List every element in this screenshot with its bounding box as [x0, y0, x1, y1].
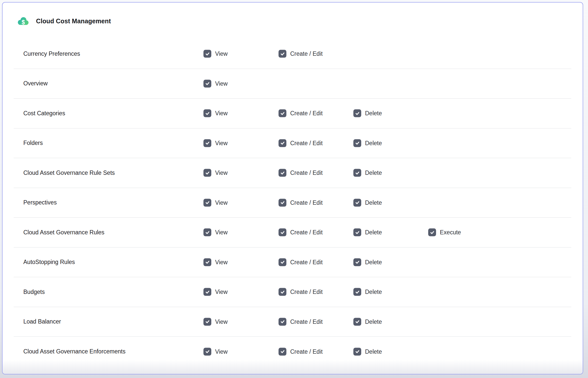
permission-delete[interactable]: Delete	[353, 199, 382, 206]
permission-create-edit[interactable]: Create / Edit	[279, 199, 323, 206]
permission-delete[interactable]: Delete	[353, 229, 382, 236]
permission-row-label: Currency Preferences	[14, 50, 80, 57]
permission-view[interactable]: View	[203, 288, 228, 296]
permission-create-edit[interactable]: Create / Edit	[279, 139, 323, 147]
permission-row-label: Cloud Asset Governance Rules	[14, 229, 105, 236]
permission-execute[interactable]: Execute	[428, 229, 461, 236]
permission-view[interactable]: View	[203, 199, 228, 206]
checkbox-delete-icon[interactable]	[353, 258, 361, 266]
permission-row-label: Cost Categories	[14, 110, 65, 117]
permission-create-edit[interactable]: Create / Edit	[279, 50, 323, 58]
permission-delete[interactable]: Delete	[353, 109, 382, 117]
permission-create-edit[interactable]: Create / Edit	[279, 348, 323, 355]
checkbox-view-icon[interactable]	[203, 288, 211, 296]
permission-view[interactable]: View	[203, 318, 228, 326]
permission-view[interactable]: View	[203, 50, 228, 58]
permission-view[interactable]: View	[203, 139, 228, 147]
checkbox-delete-icon[interactable]	[353, 288, 361, 296]
permission-view[interactable]: View	[203, 109, 228, 117]
permission-label: Create / Edit	[290, 318, 323, 325]
permission-label: View	[215, 348, 228, 355]
permission-label: Delete	[365, 289, 382, 295]
checkbox-create-edit-icon[interactable]	[279, 229, 286, 236]
checkbox-view-icon[interactable]	[203, 258, 211, 266]
permission-create-edit[interactable]: Create / Edit	[279, 258, 323, 266]
checkbox-execute-icon[interactable]	[428, 229, 436, 236]
permission-row-label: Overview	[14, 80, 48, 87]
permission-row: Cost Categories ViewCreate / EditDelete	[14, 99, 571, 128]
checkbox-view-icon[interactable]	[203, 139, 211, 147]
permission-row-label: Load Balancer	[14, 318, 61, 325]
checkbox-delete-icon[interactable]	[353, 169, 361, 177]
permission-create-edit[interactable]: Create / Edit	[279, 229, 323, 236]
permission-label: Delete	[365, 348, 382, 355]
permission-row: Cloud Asset Governance Rule Sets ViewCre…	[14, 158, 571, 188]
permission-label: Execute	[440, 229, 461, 236]
permission-create-edit[interactable]: Create / Edit	[279, 109, 323, 117]
page-header: $ Cloud Cost Management	[17, 16, 111, 26]
dollar-glyph: $	[22, 19, 25, 26]
checkbox-delete-icon[interactable]	[353, 348, 361, 355]
permission-row: Cloud Asset Governance Rules ViewCreate …	[14, 218, 571, 248]
checkbox-delete-icon[interactable]	[353, 139, 361, 147]
checkbox-view-icon[interactable]	[203, 318, 211, 326]
permission-delete[interactable]: Delete	[353, 318, 382, 326]
permission-delete[interactable]: Delete	[353, 288, 382, 296]
permission-label: View	[215, 110, 228, 117]
checkbox-create-edit-icon[interactable]	[279, 169, 286, 177]
permission-row: Folders ViewCreate / EditDelete	[14, 128, 571, 158]
checkbox-view-icon[interactable]	[203, 50, 211, 58]
checkbox-delete-icon[interactable]	[353, 109, 361, 117]
permission-row-label: Perspectives	[14, 199, 57, 206]
permission-label: Create / Edit	[290, 140, 323, 146]
checkbox-delete-icon[interactable]	[353, 199, 361, 206]
permission-row-label: Cloud Asset Governance Enforcements	[14, 348, 126, 355]
permission-label: Create / Edit	[290, 199, 323, 206]
checkbox-create-edit-icon[interactable]	[279, 348, 286, 355]
checkbox-create-edit-icon[interactable]	[279, 199, 286, 206]
checkbox-view-icon[interactable]	[203, 80, 211, 87]
permission-label: Delete	[365, 259, 382, 266]
permission-row-label: Cloud Asset Governance Rule Sets	[14, 169, 115, 176]
permission-label: Create / Edit	[290, 229, 323, 236]
checkbox-create-edit-icon[interactable]	[279, 258, 286, 266]
permission-label: Delete	[365, 110, 382, 117]
permission-delete[interactable]: Delete	[353, 348, 382, 355]
permission-label: Delete	[365, 199, 382, 206]
permission-delete[interactable]: Delete	[353, 139, 382, 147]
checkbox-create-edit-icon[interactable]	[279, 139, 286, 147]
permission-view[interactable]: View	[203, 258, 228, 266]
permission-create-edit[interactable]: Create / Edit	[279, 288, 323, 296]
permission-row-label: Budgets	[14, 289, 45, 295]
permission-label: View	[215, 199, 228, 206]
permission-delete[interactable]: Delete	[353, 258, 382, 266]
permission-label: Create / Edit	[290, 348, 323, 355]
permission-label: View	[215, 80, 228, 87]
permission-view[interactable]: View	[203, 348, 228, 355]
checkbox-create-edit-icon[interactable]	[279, 288, 286, 296]
permission-view[interactable]: View	[203, 169, 228, 177]
checkbox-create-edit-icon[interactable]	[279, 109, 286, 117]
checkbox-view-icon[interactable]	[203, 229, 211, 236]
checkbox-create-edit-icon[interactable]	[279, 50, 286, 58]
permission-view[interactable]: View	[203, 80, 228, 87]
checkbox-delete-icon[interactable]	[353, 318, 361, 326]
permission-label: Delete	[365, 140, 382, 146]
permission-create-edit[interactable]: Create / Edit	[279, 169, 323, 177]
permission-row-label: Folders	[14, 140, 43, 146]
permission-label: View	[215, 259, 228, 266]
checkbox-view-icon[interactable]	[203, 348, 211, 355]
permission-delete[interactable]: Delete	[353, 169, 382, 177]
permission-label: View	[215, 289, 228, 295]
checkbox-delete-icon[interactable]	[353, 229, 361, 236]
permission-label: View	[215, 169, 228, 176]
checkbox-view-icon[interactable]	[203, 169, 211, 177]
permission-row: Load Balancer ViewCreate / EditDelete	[14, 307, 571, 337]
checkbox-create-edit-icon[interactable]	[279, 318, 286, 326]
checkbox-view-icon[interactable]	[203, 199, 211, 206]
permission-row: Overview View	[14, 69, 571, 99]
checkbox-view-icon[interactable]	[203, 109, 211, 117]
permission-label: Delete	[365, 169, 382, 176]
permission-create-edit[interactable]: Create / Edit	[279, 318, 323, 326]
permission-view[interactable]: View	[203, 229, 228, 236]
